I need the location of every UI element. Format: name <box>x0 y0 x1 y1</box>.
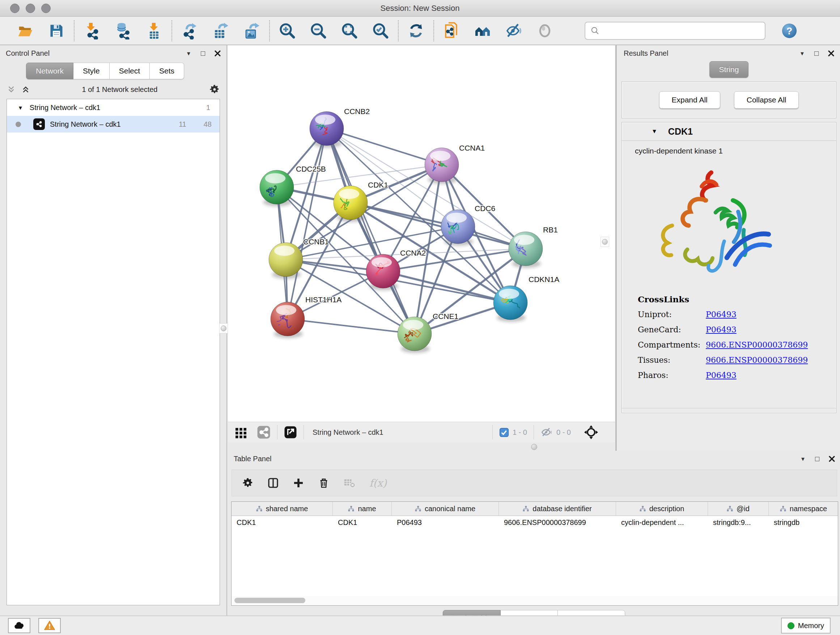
crosslink-link[interactable]: 9606.ENSP00000378699 <box>706 356 808 364</box>
network-node-CCNB2[interactable] <box>309 111 344 146</box>
application-window: { "window": { "title": "Session: New Ses… <box>0 0 840 635</box>
zoom-out-button[interactable] <box>309 21 327 40</box>
show-panel-button[interactable] <box>536 21 554 40</box>
node-label-CDK1: CDK1 <box>368 181 388 189</box>
table-cell[interactable]: P06493 <box>392 516 499 529</box>
network-node-RB1[interactable] <box>508 232 543 266</box>
crosslink-link[interactable]: P06493 <box>706 325 737 334</box>
table-options-gear-icon[interactable] <box>242 477 254 489</box>
tab-sets[interactable]: Sets <box>150 63 184 79</box>
save-session-button[interactable] <box>48 21 65 40</box>
column-header-shared-name[interactable]: shared name <box>232 502 333 516</box>
network-node-CCNA2[interactable] <box>366 254 400 288</box>
crosslink-link[interactable]: 9606.ENSP00000378699 <box>706 340 808 349</box>
column-header-namespace[interactable]: namespace <box>769 502 838 516</box>
table-cell[interactable]: 9606.ENSP00000378699 <box>499 516 616 529</box>
hide-panel-button[interactable] <box>505 21 523 40</box>
gene-card-header[interactable]: ▼ CDK1 <box>622 122 836 141</box>
collapse-all-button[interactable]: Collapse All <box>734 91 799 109</box>
network-collection-row[interactable]: ▼ String Network – cdk1 1 <box>7 99 219 116</box>
column-header-name[interactable]: name <box>333 502 392 516</box>
zoom-selected-button[interactable] <box>372 21 389 40</box>
network-node-CDC25B[interactable] <box>260 170 294 204</box>
birdseye-crosshair-icon[interactable] <box>584 425 598 440</box>
import-table-button[interactable] <box>145 21 163 40</box>
table-cell[interactable]: cyclin-dependent ... <box>616 516 708 529</box>
control-panel-menu-button[interactable]: ▼ <box>186 51 191 56</box>
warning-status-button[interactable] <box>38 618 61 633</box>
export-table-button[interactable] <box>212 21 229 40</box>
results-panel-float-button[interactable]: □ <box>814 50 819 57</box>
column-header-canonical-name[interactable]: canonical name <box>392 502 499 516</box>
search-input[interactable] <box>603 24 765 38</box>
network-node-CCNA1[interactable] <box>425 148 459 182</box>
add-column-icon[interactable] <box>267 477 279 489</box>
network-node-CCNB1[interactable] <box>269 242 303 277</box>
memory-button[interactable]: Memory <box>781 618 831 633</box>
table-cell[interactable]: CDK1 <box>232 516 333 529</box>
network-view-icon[interactable] <box>257 425 271 439</box>
import-network-database-button[interactable] <box>114 21 132 40</box>
add-row-icon[interactable] <box>293 477 304 489</box>
tab-string[interactable]: String <box>709 61 749 78</box>
column-header-database-identifier[interactable]: database identifier <box>499 502 616 516</box>
control-panel-float-button[interactable]: □ <box>201 50 205 57</box>
table-horizontal-scrollbar[interactable] <box>231 596 838 606</box>
refresh-icon <box>408 22 424 39</box>
apply-layout-button[interactable] <box>407 21 425 40</box>
protein-structure-image <box>641 160 836 292</box>
export-image-button[interactable] <box>243 21 261 40</box>
zoom-in-button[interactable] <box>279 21 296 40</box>
table-cell[interactable]: stringdb <box>769 516 838 529</box>
network-options-gear-icon[interactable] <box>209 84 220 95</box>
save-floppy-icon <box>49 23 65 39</box>
network-node-CCNE1[interactable] <box>398 317 431 351</box>
zoom-fit-button[interactable] <box>341 21 358 40</box>
tab-style[interactable]: Style <box>73 63 110 79</box>
results-panel-splitter[interactable] <box>615 45 618 451</box>
left-splitter-handle[interactable] <box>219 323 228 333</box>
column-header-description[interactable]: description <box>616 502 708 516</box>
housing-button[interactable] <box>474 21 491 40</box>
network-row[interactable]: String Network – cdk1 11 48 <box>7 116 219 133</box>
table-panel-float-button[interactable]: □ <box>815 455 819 462</box>
hidden-eye-icon[interactable] <box>540 426 553 439</box>
results-panel-close-button[interactable] <box>828 50 834 57</box>
control-panel-close-button[interactable] <box>215 50 221 57</box>
crosslink-link[interactable]: P06493 <box>706 310 737 319</box>
collapse-all-icon[interactable] <box>6 85 16 94</box>
delete-trash-icon[interactable] <box>318 477 330 489</box>
cloud-status-button[interactable] <box>8 618 30 633</box>
network-node-CDK1[interactable] <box>333 186 368 220</box>
selected-nodes-checkbox[interactable] <box>499 428 509 437</box>
network-node-CDC6[interactable] <box>441 210 475 244</box>
import-network-file-button[interactable] <box>83 21 101 40</box>
export-network-button[interactable] <box>181 21 198 40</box>
share-network-button[interactable] <box>443 21 460 40</box>
grid-view-icon[interactable] <box>234 426 248 439</box>
tab-select[interactable]: Select <box>110 63 150 79</box>
right-splitter-handle[interactable] <box>600 237 609 247</box>
gene-expand-icon[interactable]: ▼ <box>652 128 657 135</box>
table-row[interactable]: CDK1CDK1P064939606.ENSP00000378699cyclin… <box>232 516 838 529</box>
collection-expand-icon[interactable]: ▼ <box>18 105 23 111</box>
column-header--id[interactable]: @id <box>708 502 769 516</box>
network-node-HIST1H1A[interactable] <box>271 302 305 336</box>
table-cell[interactable]: stringdb:9... <box>708 516 769 529</box>
open-external-icon[interactable] <box>284 426 297 439</box>
network-node-CDKN1A[interactable] <box>493 286 527 320</box>
splitter-handle-dot[interactable] <box>531 444 537 450</box>
results-panel-menu-button[interactable]: ▼ <box>799 51 805 56</box>
table-panel-splitter[interactable] <box>228 442 615 451</box>
network-canvas[interactable]: CCNB2CCNA1CDC25BCDK1CDC6RB1CCNB1CCNA2CDK… <box>228 45 615 422</box>
crosslink-link[interactable]: P06493 <box>706 371 737 380</box>
help-button[interactable]: ? <box>781 21 798 40</box>
scrollbar-thumb[interactable] <box>234 598 305 603</box>
tab-network[interactable]: Network <box>26 63 73 79</box>
open-session-button[interactable] <box>17 21 34 40</box>
table-panel-close-button[interactable] <box>829 456 835 462</box>
table-cell[interactable]: CDK1 <box>333 516 392 529</box>
expand-all-icon[interactable] <box>21 85 30 94</box>
expand-all-button[interactable]: Expand All <box>659 91 720 109</box>
table-panel-menu-button[interactable]: ▼ <box>800 456 806 462</box>
